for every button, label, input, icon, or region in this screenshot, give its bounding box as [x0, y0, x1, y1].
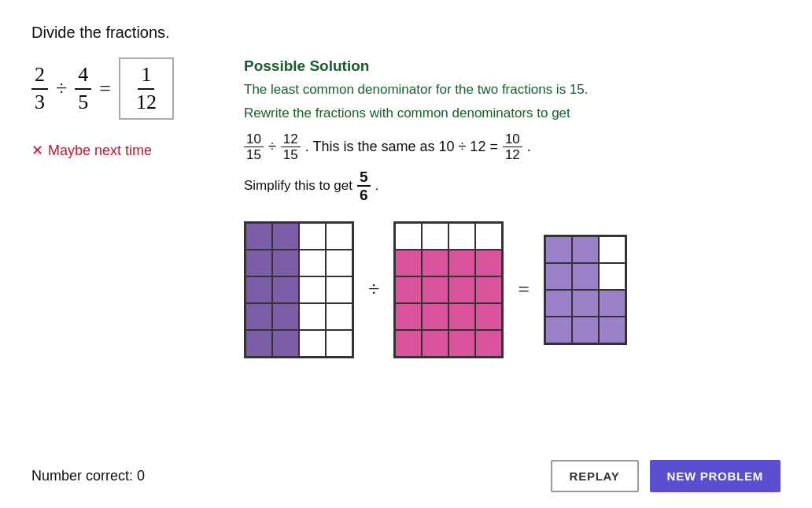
replay-button[interactable]: REPLAY — [551, 460, 639, 492]
grid3-cell — [599, 263, 626, 290]
grid3-cell — [545, 290, 572, 317]
math-frac1-num: 10 — [244, 132, 264, 147]
answer-numerator: 1 — [138, 64, 154, 90]
grid2-cell — [395, 223, 422, 250]
number-correct: Number correct: 0 — [31, 468, 145, 484]
right-panel: Possible Solution The least common denom… — [244, 57, 781, 446]
grid1-cell — [299, 250, 326, 276]
answer-fraction: 1 12 — [133, 64, 160, 113]
left-panel: 2 3 ÷ 4 5 = 1 12 ✕ Maybe next ti — [31, 57, 212, 446]
grid3-cell — [599, 236, 626, 263]
grid2-cell — [422, 223, 448, 250]
simplify-text: Simplify this to get — [244, 178, 352, 194]
same-as-text: . This is the same as 10 ÷ 12 = — [305, 139, 498, 155]
frac2-numerator: 4 — [75, 64, 91, 90]
grid1-cell — [272, 276, 299, 303]
grid1-cell — [299, 330, 326, 357]
grid-3 — [544, 235, 627, 345]
period-2: . — [375, 178, 379, 194]
footer-buttons: REPLAY NEW PROBLEM — [551, 460, 781, 492]
grid2-cell — [448, 276, 475, 303]
footer: Number correct: 0 REPLAY NEW PROBLEM — [31, 446, 781, 492]
math-frac2-num: 12 — [281, 132, 301, 147]
grid1-cell — [245, 223, 272, 250]
grid3-cell — [599, 317, 626, 343]
answer-denominator: 12 — [133, 90, 160, 114]
grid2-cell — [475, 223, 502, 250]
grid3-cell — [599, 290, 626, 317]
solution-line1: The least common denominator for the two… — [244, 80, 781, 100]
simplify-num: 5 — [357, 169, 371, 187]
grid1-cell — [245, 276, 272, 303]
fraction-1: 2 3 — [31, 64, 48, 113]
grid2-cell — [448, 250, 475, 276]
grid2-cell — [395, 276, 422, 303]
simplify-line: Simplify this to get 5 6 . — [244, 169, 781, 202]
grid1-cell — [326, 223, 352, 250]
grid3-cell — [572, 263, 599, 290]
simplify-den: 6 — [357, 187, 371, 202]
solution-line2: Rewrite the fractions with common denomi… — [244, 103, 781, 124]
grid1-cell — [299, 276, 326, 303]
x-icon: ✕ — [31, 142, 43, 159]
grid1-cell — [245, 303, 272, 330]
frac2-denominator: 5 — [75, 90, 91, 114]
grid2-cell — [475, 330, 502, 357]
period-1: . — [527, 139, 531, 155]
answer-box: 1 12 — [119, 57, 174, 120]
grid2-cell — [448, 330, 475, 357]
grid3-cell — [545, 263, 572, 290]
result-num: 10 — [503, 132, 522, 147]
grid1-cell — [326, 250, 352, 276]
feedback-text: Maybe next time — [48, 143, 152, 159]
instruction-text: Divide the fractions. — [31, 24, 781, 42]
fraction-2: 4 5 — [75, 64, 91, 113]
grid-divide-operator: ÷ — [368, 278, 379, 302]
math-frac1-den: 15 — [244, 147, 264, 161]
grid1-cell — [326, 303, 352, 330]
result-den: 12 — [503, 147, 522, 161]
frac1-denominator: 3 — [31, 90, 48, 114]
grid2-cell — [422, 303, 448, 330]
grid2-cell — [422, 250, 448, 276]
result-frac: 10 12 — [503, 132, 522, 161]
main-content: 2 3 ÷ 4 5 = 1 12 ✕ Maybe next ti — [31, 57, 781, 446]
equals-sign: = — [99, 77, 111, 101]
grid2-cell — [475, 303, 502, 330]
grid2-cell — [395, 303, 422, 330]
grid1-cell — [272, 330, 299, 357]
grid1-cell — [272, 223, 299, 250]
solution-title: Possible Solution — [244, 57, 781, 75]
grid2-cell — [422, 330, 448, 357]
grid1-cell — [326, 330, 352, 357]
feedback-message: ✕ Maybe next time — [31, 142, 212, 159]
math-equation-line: 10 15 ÷ 12 15 . This is the same as 10 ÷… — [244, 132, 781, 161]
grid2-cell — [475, 276, 502, 303]
grids-row: ÷ — [244, 221, 781, 358]
new-problem-button[interactable]: NEW PROBLEM — [650, 460, 781, 492]
grid3-cell — [572, 290, 599, 317]
grid3-cell — [572, 236, 599, 263]
grid-equals-sign: = — [518, 278, 530, 302]
grid2-cell — [422, 276, 448, 303]
fraction-equation: 2 3 ÷ 4 5 = 1 12 — [31, 57, 212, 120]
frac1-numerator: 2 — [31, 64, 48, 90]
grid1-cell — [272, 250, 299, 276]
grid3-cell — [572, 317, 599, 343]
grid2-cell — [395, 250, 422, 276]
math-frac2-den: 15 — [281, 147, 301, 161]
grid1-cell — [245, 330, 272, 357]
grid2-cell — [395, 330, 422, 357]
grid1-cell — [299, 303, 326, 330]
math-divide: ÷ — [268, 139, 276, 155]
grid2-cell — [448, 303, 475, 330]
grid1-cell — [245, 250, 272, 276]
math-frac-2: 12 15 — [281, 132, 301, 161]
divide-operator: ÷ — [56, 77, 67, 101]
simplify-frac: 5 6 — [357, 169, 371, 202]
grid2-cell — [448, 223, 475, 250]
grid1-cell — [272, 303, 299, 330]
grid3-cell — [545, 236, 572, 263]
grid1-cell — [299, 223, 326, 250]
grid1-cell — [326, 276, 352, 303]
